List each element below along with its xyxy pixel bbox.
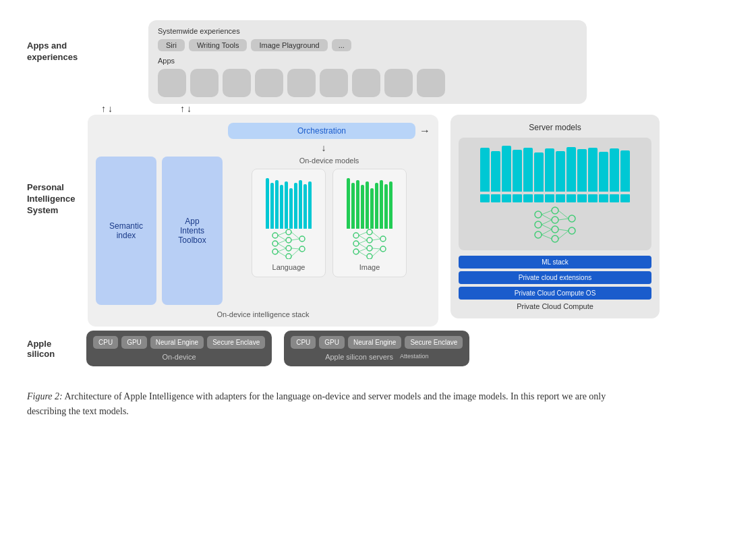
svg-line-52 [542,235,552,239]
on-device-stack-label: On-device intelligence stack [96,310,430,318]
on-device-label: On-device [163,353,196,361]
svg-line-32 [359,248,367,252]
ssbar-10 [577,194,587,202]
bar-2 [270,183,274,229]
svg-line-29 [359,235,367,240]
ssbar-12 [599,194,608,202]
on-device-models-area: On-device models [228,157,430,305]
svg-point-38 [535,211,542,218]
ssbar-5 [523,194,533,202]
svg-line-47 [542,210,552,215]
server-models-label: Server models [459,123,651,132]
app-icons-row [158,69,577,97]
private-cloud-os-bar: Private Cloud Compute OS [459,287,651,300]
svg-line-36 [372,248,380,249]
apps-label: Apps [158,57,577,65]
svg-point-25 [367,254,372,259]
arrow-group-2: ↑ ↓ [180,104,192,115]
svg-line-48 [542,215,552,220]
private-cloud-ext-bar: Private cloud extensions [459,271,651,284]
bar-1 [266,178,269,229]
gbar-3 [356,180,359,229]
svg-point-43 [552,226,558,233]
ssbar-13 [610,194,619,202]
language-model-label: Language [272,263,306,271]
sbar-1 [480,148,490,192]
svg-point-42 [552,217,558,223]
image-bars [347,175,392,229]
server-neural-engine: Neural Engine [348,336,401,349]
svg-line-55 [558,229,569,231]
svg-line-18 [291,249,299,256]
svg-line-33 [359,252,367,256]
svg-point-44 [552,235,558,242]
gbar-6 [370,188,374,229]
app-icon-1 [158,69,186,97]
svg-point-40 [535,231,542,238]
ssbar-14 [620,194,630,202]
bar-5 [285,181,288,229]
app-icon-7 [352,69,380,97]
server-cpu: CPU [291,336,316,349]
svg-point-39 [535,221,542,228]
svg-line-34 [372,232,380,239]
sbar-14 [620,150,630,192]
svg-line-35 [372,239,380,240]
app-icon-3 [223,69,251,97]
bar-10 [308,181,312,229]
gbar-9 [384,184,388,229]
sbar-8 [556,151,565,192]
figure-caption: Figure 2: Architecture of Apple Intellig… [13,389,620,420]
app-icon-5 [287,69,316,97]
figure-number: Figure 2: [27,391,63,401]
sbar-4 [513,150,522,192]
bar-9 [303,184,307,229]
silicon-row: Apple silicon CPU GPU Neural Engine Secu… [27,331,729,366]
ssbar-6 [534,194,544,202]
server-bars [480,144,630,192]
on-device-chip-row: CPU GPU Neural Engine Secure Enclave [93,336,265,349]
on-device-models-label: On-device models [228,157,430,165]
server-silicon: CPU GPU Neural Engine Secure Enclave App… [284,331,469,366]
server-chip-row: CPU GPU Neural Engine Secure Enclave [291,336,463,349]
apple-silicon-label: Apple silicon [27,339,81,359]
sbar-6 [534,152,544,192]
vertical-arrows: ↑ ↓ ↑ ↓ [101,104,729,115]
app-icon-6 [320,69,348,97]
server-section: Server models [450,115,660,318]
svg-line-13 [278,248,286,252]
ssbar-3 [502,194,511,202]
gbar-7 [375,183,378,229]
svg-line-50 [542,225,552,229]
sbar-10 [577,149,587,192]
gbar-8 [380,180,383,229]
svg-point-8 [299,246,305,252]
bar-7 [294,183,297,229]
language-model-box: Language [252,169,326,277]
on-device-silicon: CPU GPU Neural Engine Secure Enclave On-… [86,331,272,366]
siri-pill: Siri [158,39,185,51]
svg-line-54 [558,219,569,220]
ssbar-11 [588,194,598,202]
svg-line-51 [542,229,552,235]
caption-text: Architecture of Apple Intelligence with … [27,391,606,416]
app-icon-4 [255,69,283,97]
on-device-cpu: CPU [93,336,118,349]
ssbar-4 [513,194,522,202]
systemwide-label: Systemwide experiences [158,27,577,35]
ssbar-8 [556,194,565,202]
down-arrow: ↓ [322,143,326,154]
on-device-stack: Orchestration → ↓ Semantic index App Int… [88,115,438,327]
svg-line-14 [278,252,286,256]
attestation-label: Attestation [400,353,429,360]
ssbar-7 [545,194,554,202]
semantic-index-box: Semantic index [96,157,156,305]
svg-line-56 [558,231,569,239]
sbar-2 [491,151,500,192]
on-device-gpu: GPU [121,336,147,349]
svg-point-19 [353,233,359,238]
sbar-3 [502,146,511,192]
svg-point-7 [299,236,305,242]
image-model-box: Image [332,169,407,277]
apps-section: Systemwide experiences Siri Writing Tool… [148,20,587,104]
